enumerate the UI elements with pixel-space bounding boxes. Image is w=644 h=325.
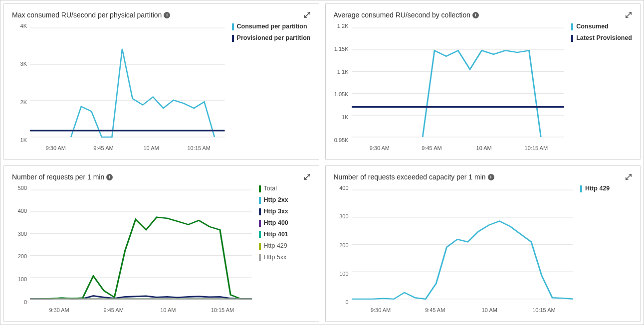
y-tick: 1K <box>20 137 27 143</box>
expand-icon[interactable] <box>304 11 311 18</box>
legend-label: Total <box>264 185 277 192</box>
card-title: Average consumed RU/second by collection… <box>334 11 479 19</box>
x-tick: 9:30 AM <box>32 145 80 154</box>
legend-label: Consumed <box>576 23 609 30</box>
y-axis: 4003002001000 <box>334 184 352 316</box>
chart-card-exceeded: Number of requests exceeded capacity per… <box>325 165 641 322</box>
legend: Http 429 <box>577 184 632 316</box>
legend-item[interactable]: Total <box>259 185 311 192</box>
legend-label: Latest Provisioned <box>576 34 632 41</box>
info-icon[interactable]: i <box>488 174 494 180</box>
legend-swatch <box>259 197 261 204</box>
chart-area: 40030020010009:30 AM9:45 AM10 AM10:15 AM <box>334 184 574 316</box>
chart-plot[interactable] <box>30 184 252 305</box>
legend-item[interactable]: Http 2xx <box>259 196 311 204</box>
y-tick: 1.2K <box>337 23 349 29</box>
legend-swatch <box>571 35 573 42</box>
x-tick: 10:15 AM <box>510 145 563 154</box>
x-axis: 9:30 AM9:45 AM10 AM10:15 AM <box>352 305 574 316</box>
legend-swatch <box>259 208 261 215</box>
card-header: Max consumed RU/second per physical part… <box>12 11 311 19</box>
card-title: Number of requests per 1 mini <box>12 173 113 181</box>
legend-item[interactable]: Latest Provisioned <box>571 34 632 42</box>
legend-item[interactable]: Provisioned per partition <box>232 34 311 42</box>
y-tick: 300 <box>339 213 348 219</box>
card-title-text: Number of requests per 1 min <box>12 173 104 181</box>
legend-swatch <box>259 220 261 227</box>
chart-plot[interactable] <box>352 22 565 143</box>
x-tick: 9:45 AM <box>408 307 462 316</box>
card-header: Number of requests per 1 mini <box>12 173 311 181</box>
y-tick: 1.1K <box>337 69 349 75</box>
legend-label: Http 3xx <box>264 208 288 215</box>
y-tick: 300 <box>18 231 27 237</box>
y-tick: 0 <box>24 299 27 305</box>
legend-item[interactable]: Http 5xx <box>259 254 311 261</box>
legend-label: Consumed per partition <box>237 23 307 30</box>
card-title-text: Average consumed RU/second by collection <box>334 11 470 19</box>
legend-item[interactable]: Consumed per partition <box>232 23 311 30</box>
dashboard-grid: Max consumed RU/second per physical part… <box>3 3 641 322</box>
legend-label: Http 400 <box>264 219 288 226</box>
legend-swatch <box>259 254 261 261</box>
legend-label: Provisioned per partition <box>237 34 311 41</box>
legend-swatch <box>232 23 234 30</box>
expand-icon[interactable] <box>304 173 311 180</box>
x-tick: 9:30 AM <box>354 145 406 154</box>
legend-swatch <box>259 243 261 250</box>
legend-item[interactable]: Consumed <box>571 23 632 30</box>
x-axis: 9:30 AM9:45 AM10 AM10:15 AM <box>352 143 565 154</box>
legend: ConsumedLatest Provisioned <box>568 22 632 154</box>
chart-card-max-ru: Max consumed RU/second per physical part… <box>3 3 319 160</box>
legend-item[interactable]: Http 429 <box>259 242 311 250</box>
x-axis: 9:30 AM9:45 AM10 AM10:15 AM <box>30 305 252 316</box>
x-tick: 9:45 AM <box>86 307 141 316</box>
legend-item[interactable]: Http 400 <box>259 219 311 227</box>
chart-area: 4K3K2K1K9:30 AM9:45 AM10 AM10:15 AM <box>12 22 225 154</box>
card-title-text: Max consumed RU/second per physical part… <box>12 11 162 19</box>
y-tick: 0 <box>345 299 348 305</box>
x-tick: 9:30 AM <box>354 307 408 316</box>
y-tick: 1.05K <box>334 91 349 97</box>
x-tick: 9:45 AM <box>406 145 458 154</box>
card-title: Max consumed RU/second per physical part… <box>12 11 170 19</box>
chart-body: 50040030020010009:30 AM9:45 AM10 AM10:15… <box>12 184 311 316</box>
legend-label: Http 2xx <box>264 196 288 203</box>
legend-label: Http 5xx <box>264 254 287 261</box>
card-title-text: Number of requests exceeded capacity per… <box>334 173 486 181</box>
legend-item[interactable]: Http 429 <box>580 185 632 192</box>
y-tick: 200 <box>18 253 27 259</box>
expand-icon[interactable] <box>625 11 632 18</box>
y-tick: 200 <box>339 242 348 248</box>
info-icon[interactable]: i <box>164 12 170 18</box>
legend-swatch <box>259 231 261 238</box>
y-tick: 1.15K <box>334 46 349 52</box>
y-tick: 100 <box>339 271 348 277</box>
y-tick: 400 <box>18 208 27 214</box>
chart-card-requests: Number of requests per 1 mini50040030020… <box>3 165 319 322</box>
y-tick: 100 <box>18 276 27 282</box>
info-icon[interactable]: i <box>472 12 479 18</box>
x-tick: 10 AM <box>127 145 175 154</box>
chart-area: 1.2K1.15K1.1K1.05K1K0.95K9:30 AM9:45 AM1… <box>334 22 565 154</box>
chart-plot[interactable] <box>352 184 574 305</box>
legend-item[interactable]: Http 401 <box>259 231 311 238</box>
legend-swatch <box>232 35 234 42</box>
legend-label: Http 401 <box>264 231 288 238</box>
expand-icon[interactable] <box>625 173 632 180</box>
y-axis: 5004003002001000 <box>12 184 30 316</box>
x-tick: 10:15 AM <box>195 307 249 316</box>
y-tick: 4K <box>20 23 27 29</box>
legend: TotalHttp 2xxHttp 3xxHttp 400Http 401Htt… <box>256 184 311 316</box>
legend-item[interactable]: Http 3xx <box>259 208 311 215</box>
chart-area: 50040030020010009:30 AM9:45 AM10 AM10:15… <box>12 184 252 316</box>
chart-card-avg-ru: Average consumed RU/second by collection… <box>325 3 641 160</box>
y-tick: 1K <box>342 114 348 120</box>
chart-plot[interactable] <box>30 22 225 143</box>
info-icon[interactable]: i <box>106 174 113 180</box>
chart-body: 1.2K1.15K1.1K1.05K1K0.95K9:30 AM9:45 AM1… <box>334 22 633 154</box>
chart-body: 4K3K2K1K9:30 AM9:45 AM10 AM10:15 AMConsu… <box>12 22 311 154</box>
x-tick: 10:15 AM <box>175 145 223 154</box>
x-tick: 10:15 AM <box>517 307 571 316</box>
legend: Consumed per partitionProvisioned per pa… <box>229 22 311 154</box>
